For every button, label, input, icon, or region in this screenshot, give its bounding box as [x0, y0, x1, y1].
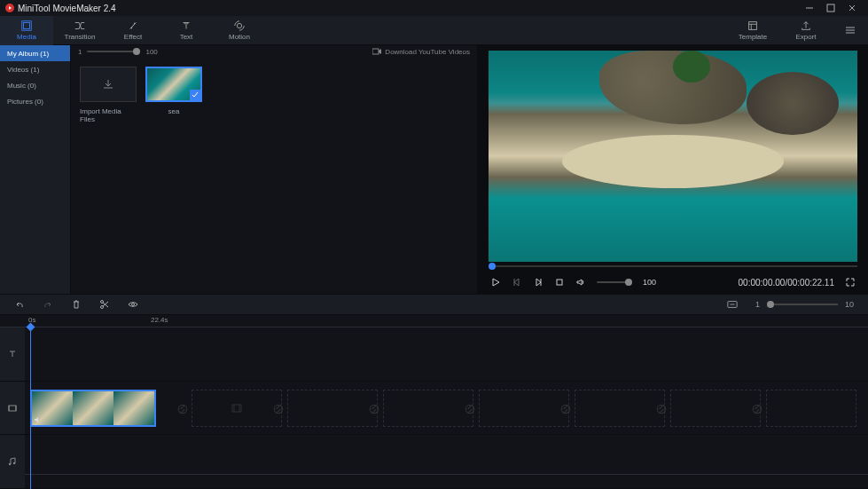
sidebar-item-music[interactable]: Music (0)	[0, 77, 70, 93]
music-track-icon	[7, 456, 18, 467]
link-icon	[176, 403, 189, 415]
sidebar-item-pictures[interactable]: Pictures (0)	[0, 93, 70, 109]
timeline-playhead[interactable]	[30, 327, 31, 489]
scissors-icon	[99, 299, 110, 310]
timeline-zoom: 1 10	[755, 300, 854, 309]
link-icon	[272, 403, 285, 415]
video-track[interactable]	[25, 382, 868, 436]
template-icon	[747, 20, 759, 32]
volume-value: 100	[643, 278, 656, 287]
fullscreen-icon	[845, 277, 856, 288]
timeline-zoom-slider[interactable]	[767, 304, 838, 305]
clip-slot[interactable]	[766, 390, 856, 427]
tab-text[interactable]: Text	[160, 16, 213, 45]
tab-motion[interactable]: Motion	[213, 16, 266, 45]
tab-effect[interactable]: Effect	[106, 16, 160, 45]
import-media-button[interactable]: Import Media Files	[80, 67, 137, 123]
motion-icon	[233, 20, 246, 32]
clip-slot[interactable]	[575, 390, 665, 427]
close-button[interactable]	[841, 0, 863, 16]
timeline: 0s 22.4s	[0, 315, 868, 489]
text-track[interactable]	[25, 327, 868, 382]
clip-slot[interactable]	[383, 390, 473, 427]
fit-button[interactable]	[727, 299, 738, 310]
tab-media[interactable]: Media	[0, 16, 53, 45]
link-icon	[559, 403, 572, 415]
template-button[interactable]: Template	[726, 16, 779, 45]
main-toolbar: Media Transition Effect Text Motion Temp…	[0, 16, 868, 45]
menu-button[interactable]	[833, 24, 868, 36]
tl-zoom-min: 1	[755, 300, 760, 309]
sidebar-item-videos[interactable]: Videos (1)	[0, 61, 70, 77]
clip-slot[interactable]	[192, 390, 282, 427]
video-track-icon	[7, 403, 18, 414]
clip-volume-icon[interactable]	[34, 415, 43, 424]
text-track-label[interactable]	[0, 327, 25, 382]
clip-slot[interactable]	[287, 390, 378, 427]
preview-video[interactable]	[489, 51, 857, 262]
media-pane: 1 100 Download YouTube Videos Import Med…	[71, 45, 478, 294]
next-frame-icon	[533, 277, 543, 288]
export-icon	[800, 20, 812, 32]
clip-slot[interactable]	[479, 390, 569, 427]
stop-button[interactable]	[554, 277, 565, 288]
track-labels	[0, 327, 25, 489]
svg-point-13	[9, 463, 11, 465]
delete-button[interactable]	[71, 299, 82, 310]
media-item-sea[interactable]: sea	[145, 67, 202, 123]
titlebar: MiniTool MovieMaker 2.4	[0, 0, 868, 16]
track-area[interactable]	[25, 327, 868, 489]
text-track-icon	[7, 349, 18, 359]
edit-toolbar: 1 10	[0, 294, 868, 315]
media-grid: Import Media Files sea	[71, 58, 477, 132]
svg-rect-12	[9, 406, 16, 411]
effect-icon	[127, 20, 139, 32]
undo-button[interactable]	[14, 299, 25, 310]
zoom-min-label: 1	[78, 48, 82, 56]
clip-slots	[192, 390, 856, 427]
clip-slot[interactable]	[670, 390, 761, 427]
svg-point-21	[657, 405, 665, 413]
svg-rect-3	[24, 23, 30, 29]
media-icon	[20, 20, 33, 32]
timecode-display: 00:00:00.00/00:00:22.11	[739, 278, 834, 288]
svg-point-14	[13, 462, 15, 464]
media-zoom-bar: 1 100 Download YouTube Videos	[71, 45, 477, 58]
hamburger-icon	[844, 24, 856, 36]
download-youtube-link[interactable]: Download YouTube Videos	[372, 48, 470, 56]
svg-point-18	[370, 405, 378, 413]
redo-button[interactable]	[43, 299, 53, 310]
link-icon	[751, 403, 763, 415]
play-button[interactable]	[490, 277, 501, 288]
zoom-max-label: 100	[145, 48, 157, 56]
split-button[interactable]	[99, 299, 110, 310]
link-icon	[368, 403, 380, 415]
svg-rect-1	[827, 4, 834, 12]
ruler-tick-1: 22.4s	[151, 316, 168, 324]
audio-track[interactable]	[25, 435, 868, 489]
volume-slider[interactable]	[597, 281, 632, 283]
scrub-bar[interactable]	[489, 262, 857, 271]
timeline-clip-sea[interactable]	[30, 390, 156, 427]
video-track-label[interactable]	[0, 382, 25, 436]
thumbnail-zoom-slider[interactable]	[87, 51, 140, 52]
app-logo-icon	[5, 4, 14, 12]
audio-track-label[interactable]	[0, 435, 25, 489]
playback-controls: 100 00:00:00.00/00:00:22.11	[478, 271, 868, 294]
stop-icon	[554, 277, 565, 288]
tab-transition[interactable]: Transition	[53, 16, 106, 45]
timeline-ruler[interactable]: 0s 22.4s	[0, 315, 868, 327]
export-button[interactable]: Export	[779, 16, 833, 45]
svg-rect-5	[749, 22, 757, 30]
next-frame-button[interactable]	[533, 277, 543, 288]
preview-eye-button[interactable]	[128, 299, 138, 310]
fullscreen-button[interactable]	[845, 277, 856, 288]
maximize-button[interactable]	[820, 0, 841, 16]
svg-point-4	[237, 23, 241, 28]
redo-icon	[43, 299, 53, 310]
volume-button[interactable]	[575, 277, 586, 288]
sidebar-item-myalbum[interactable]: My Album (1)	[0, 45, 70, 61]
link-icon	[655, 403, 668, 415]
prev-frame-button[interactable]	[512, 277, 522, 288]
minimize-button[interactable]	[799, 0, 820, 16]
